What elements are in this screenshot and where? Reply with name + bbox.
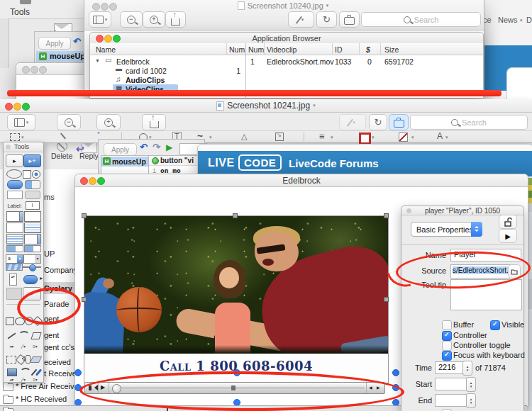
pointer-tool-button[interactable]: ▸+ (23, 154, 41, 167)
zoom-button[interactable] (39, 66, 47, 74)
tree-item-audio[interactable]: AudioClips (126, 76, 165, 84)
mail-reply2-button[interactable]: Reply (79, 152, 99, 160)
selection-handle[interactable] (82, 297, 87, 302)
property-section-popup[interactable]: Basic Properties (411, 222, 482, 237)
selection-tool-button[interactable] (10, 133, 20, 141)
zoom-button[interactable] (109, 3, 117, 11)
share-button[interactable] (165, 11, 186, 28)
bucket-tool[interactable] (16, 354, 26, 364)
handler-row[interactable]: H mouseUp (36, 51, 90, 62)
plain-field-tool[interactable] (6, 223, 23, 233)
mailbox-item[interactable]: gent cc's (44, 343, 74, 351)
freehand-tool[interactable] (20, 368, 31, 377)
minimize-button[interactable] (89, 177, 96, 185)
line-option-icon[interactable]: ≡▾ (33, 377, 38, 382)
scrolling-field-tool[interactable] (24, 234, 41, 244)
pen-option-icon[interactable]: ╱▾ (21, 377, 26, 382)
handler-row-selected[interactable]: H mouseUp (101, 157, 148, 167)
polygon-tool[interactable] (31, 332, 41, 339)
adjust-color-button[interactable]: △ (241, 132, 247, 141)
stepper-tool[interactable]: ▴▾ (9, 274, 17, 286)
bordered-field-tool[interactable] (24, 211, 41, 222)
arrow-option-icon[interactable]: ◂▾ (9, 377, 13, 382)
clip-row-size[interactable]: 6591702 (384, 57, 414, 66)
sidebar-toggle-button[interactable]: ▾ (89, 11, 111, 28)
mailbox-item[interactable]: * Free Air Received (16, 382, 83, 390)
text-style-button[interactable]: A (437, 131, 443, 141)
rounded-button-tool[interactable] (7, 180, 23, 189)
close-button[interactable] (92, 3, 100, 11)
share-button[interactable] (142, 114, 166, 130)
rotate-button[interactable]: ↻ (316, 11, 337, 28)
clip-row-num[interactable]: 1 (250, 57, 255, 66)
line-style-button[interactable]: ≡ (319, 131, 325, 142)
redo-icon[interactable]: ↷ (153, 142, 160, 152)
instant-alpha-button[interactable] (60, 133, 66, 140)
start-stepper[interactable]: ▴▾ (466, 377, 476, 392)
mail-tools-label[interactable]: Tools (10, 7, 30, 17)
markup-pen-button[interactable]: ▾ (339, 114, 366, 130)
close-button[interactable] (5, 103, 13, 111)
mail-delete-button[interactable]: Delete (51, 152, 72, 160)
controller-toggle-checkbox[interactable] (442, 341, 452, 351)
palette-close-button[interactable] (6, 145, 11, 150)
scrollbar-tool[interactable] (6, 245, 23, 252)
minimize-button[interactable] (31, 66, 38, 74)
nav-partial-2[interactable]: DV (526, 16, 532, 24)
selection-handle-blue[interactable] (74, 369, 82, 376)
label-field-tool[interactable]: I (26, 201, 40, 210)
selection-handle[interactable] (384, 297, 389, 302)
border-color-button[interactable] (359, 133, 371, 145)
slider-tool[interactable] (23, 264, 41, 271)
pen-option-icon[interactable]: ╱▾ (21, 344, 26, 349)
list-field-tool[interactable] (6, 234, 23, 244)
col-header-clip-num[interactable]: Num (248, 45, 264, 54)
zoom-button[interactable] (97, 177, 105, 185)
mailbox-item[interactable]: * HC Received (16, 395, 67, 403)
fill-color-button[interactable] (399, 133, 408, 142)
curve-tool[interactable] (18, 331, 30, 340)
run-icon[interactable]: ▶ (166, 142, 172, 152)
close-button[interactable] (80, 177, 88, 185)
markup-toolbox-button[interactable] (389, 114, 409, 130)
selection-handle[interactable] (82, 213, 87, 218)
scale-tool[interactable] (24, 245, 41, 252)
script-breadcrumb[interactable]: button "vi (149, 156, 204, 166)
search-input[interactable]: Search (361, 12, 481, 27)
oval-button-tool[interactable] (6, 169, 22, 179)
forums-title[interactable]: LiveCode Forums (289, 157, 379, 169)
col-header-name[interactable]: Name (96, 45, 116, 54)
clip-row-name[interactable]: EdlebrockShort.mov (267, 57, 334, 66)
buffer-checkbox[interactable] (442, 320, 452, 330)
lock-button[interactable] (499, 215, 517, 229)
col-header-videoclip[interactable]: Videoclip (267, 45, 297, 54)
combo-box-tool[interactable] (23, 254, 41, 264)
zoom-in-button[interactable]: + (96, 114, 121, 130)
line-option-icon[interactable]: ≡▾ (33, 344, 38, 349)
sidebar-toggle-button[interactable]: ▾ (7, 114, 35, 130)
radio-tool[interactable] (32, 170, 40, 179)
zoom-button[interactable] (22, 103, 30, 111)
field-tool[interactable] (6, 211, 23, 222)
script-column-icon[interactable]: $ (366, 45, 370, 54)
selection-handle[interactable] (384, 213, 389, 218)
player-object[interactable]: Call 1 800 608-6004 (84, 215, 389, 383)
eraser-tool[interactable] (30, 356, 42, 363)
palette-close-button[interactable] (406, 208, 411, 213)
markup-toolbox-button[interactable] (339, 11, 360, 28)
gray-button-tool[interactable] (25, 191, 40, 199)
focus-checkbox[interactable] (442, 351, 452, 361)
progress-bar-tool[interactable] (6, 264, 23, 271)
mailbox-item[interactable]: UP (44, 249, 55, 258)
image-tool[interactable] (6, 288, 22, 300)
selection-handle[interactable] (233, 213, 238, 218)
zoom-button[interactable] (113, 35, 121, 43)
apply-button[interactable]: Apply (38, 37, 71, 50)
nav-news[interactable]: News (498, 16, 518, 24)
zoom-out-button[interactable]: − (120, 11, 143, 28)
zoom-in-button[interactable]: + (143, 11, 165, 28)
visible-checkbox[interactable] (490, 320, 500, 330)
arrow-option-icon[interactable]: ◂▾ (9, 344, 13, 349)
zoom-out-button[interactable]: − (57, 114, 81, 130)
mailbox-item[interactable]: nt Receive (40, 369, 77, 378)
